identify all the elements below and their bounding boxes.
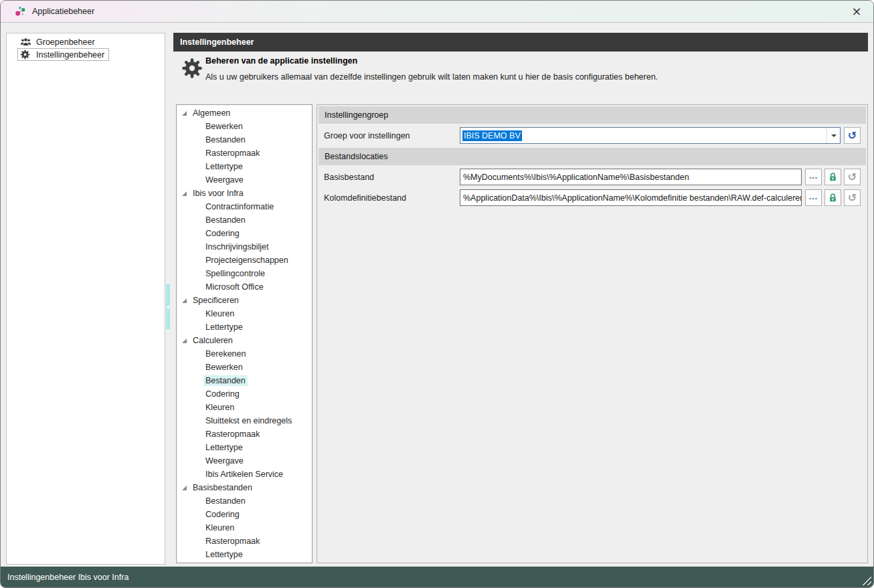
browse-button[interactable]: ... bbox=[805, 189, 822, 206]
intro-section: Beheren van de applicatie instellingen A… bbox=[173, 52, 868, 102]
tree-item[interactable]: Codering bbox=[177, 508, 312, 521]
tree-item[interactable]: Spellingcontrole bbox=[177, 267, 312, 280]
dropdown-button[interactable] bbox=[826, 128, 840, 143]
ellipsis-icon: ... bbox=[809, 173, 818, 179]
tree-item[interactable]: Bestanden bbox=[177, 494, 312, 508]
tree-item[interactable]: Ibis voor Infra bbox=[177, 187, 312, 200]
statusbar: Instellingenbeheer Ibis voor Infra bbox=[1, 567, 873, 587]
tree-item[interactable]: Bestanden bbox=[177, 374, 312, 387]
statusbar-text: Instellingenbeheer Ibis voor Infra bbox=[7, 573, 128, 582]
sidebar-item-instellingenbeheer[interactable]: Instellingenbeheer bbox=[17, 48, 109, 61]
tree-item[interactable]: Basisbestanden bbox=[177, 481, 312, 494]
tree-item-label: Projecteigenschappen bbox=[203, 255, 290, 266]
basisbestand-input[interactable]: %MyDocuments%\Ibis\%ApplicationName%\Bas… bbox=[460, 169, 802, 185]
tree-expander-icon[interactable] bbox=[182, 486, 187, 490]
tree-item[interactable]: Lettertype bbox=[177, 548, 312, 561]
tree-item-label: Bestanden bbox=[203, 375, 248, 386]
tree-item[interactable]: Contractinformatie bbox=[177, 200, 312, 213]
tree-item[interactable]: Sluittekst en eindregels bbox=[177, 414, 312, 427]
tree-item[interactable]: Lettertype bbox=[177, 320, 312, 334]
intro-description: Als u uw gebruikers allemaal van dezelfd… bbox=[205, 72, 658, 82]
app-icon bbox=[14, 5, 27, 18]
textbox-value: %MyDocuments%\Ibis\%ApplicationName%\Bas… bbox=[463, 173, 689, 182]
tree-item[interactable]: Algemeen bbox=[177, 106, 312, 120]
tree-item-label: Lettertype bbox=[203, 442, 245, 453]
resize-grip[interactable] bbox=[862, 576, 871, 585]
settings-panel: Instellingengroep Groep voor instellinge… bbox=[317, 104, 868, 563]
reset-button[interactable]: ↺ bbox=[844, 169, 861, 185]
intro-title: Beheren van de applicatie instellingen bbox=[205, 56, 357, 66]
close-button[interactable]: × bbox=[849, 5, 864, 17]
tree-item[interactable]: Codering bbox=[177, 227, 312, 240]
tree-item-label: Kleuren bbox=[203, 308, 236, 319]
tree-item[interactable]: Rasteropmaak bbox=[177, 146, 312, 160]
group-header-label: Bestandslocaties bbox=[325, 152, 388, 161]
tree-item[interactable]: Kleuren bbox=[177, 401, 312, 414]
settings-tree: AlgemeenBewerkenBestandenRasteropmaakLet… bbox=[176, 104, 313, 563]
page-header-title: Instellingenbeheer bbox=[180, 37, 254, 47]
groep-voor-instellingen-combobox[interactable]: IBIS DEMO BV bbox=[460, 127, 841, 144]
tree-item[interactable]: Weergave bbox=[177, 454, 312, 468]
tree-item-label: Bestanden bbox=[203, 134, 248, 145]
tree-item-label: Codering bbox=[203, 228, 242, 239]
tree-item-label: Spellingcontrole bbox=[203, 268, 267, 279]
tree-item[interactable]: Specificeren bbox=[177, 294, 312, 307]
tree-item-label: Bestanden bbox=[203, 496, 248, 506]
tree-item[interactable]: Kleuren bbox=[177, 307, 312, 320]
tree-item-label: Lettertype bbox=[203, 549, 245, 560]
lock-button[interactable] bbox=[824, 189, 841, 206]
tree-item[interactable]: Berekenen bbox=[177, 347, 312, 361]
sidebar-item-groepenbeheer[interactable]: Groepenbeheer bbox=[17, 35, 100, 48]
tree-item-label: Bewerken bbox=[203, 362, 245, 373]
tree-item-label: Bestanden bbox=[203, 215, 248, 225]
reset-button[interactable]: ↺ bbox=[844, 127, 861, 144]
setting-label: Groep voor instellingen bbox=[324, 131, 460, 140]
tree-expander-icon[interactable] bbox=[182, 111, 187, 116]
tree-item[interactable]: Lettertype bbox=[177, 441, 312, 454]
group-header-instellingengroep: Instellingengroep bbox=[319, 106, 866, 124]
tree-item[interactable]: Microsoft Office bbox=[177, 280, 312, 294]
people-icon bbox=[20, 37, 32, 47]
tree-item-label: Codering bbox=[203, 389, 242, 399]
kolomdefinitiebestand-input[interactable]: %ApplicationData%\Ibis\%ApplicationName%… bbox=[460, 189, 802, 206]
browse-button[interactable]: ... bbox=[805, 169, 822, 185]
window-title: Applicatiebeheer bbox=[32, 7, 94, 16]
group-header-bestandslocaties: Bestandslocaties bbox=[319, 148, 866, 165]
app-window: Applicatiebeheer × Groepenbeheer bbox=[0, 0, 874, 588]
tree-item-label: Algemeen bbox=[191, 108, 232, 118]
tree-item-label: Lettertype bbox=[203, 322, 245, 332]
tree-expander-icon[interactable] bbox=[182, 191, 187, 196]
tree-item[interactable]: Codering bbox=[177, 387, 312, 401]
chevron-down-icon bbox=[831, 134, 837, 137]
lock-button[interactable] bbox=[824, 169, 841, 185]
tree-expander-icon[interactable] bbox=[182, 338, 187, 343]
tree-item[interactable]: Bestanden bbox=[177, 213, 312, 227]
tree-item-label: Specificeren bbox=[191, 295, 241, 306]
ellipsis-icon: ... bbox=[809, 193, 818, 200]
tree-item[interactable]: Lettertype bbox=[177, 160, 312, 173]
tree-item[interactable]: Rasteropmaak bbox=[177, 534, 312, 548]
setting-row-kolomdefinitiebestand: Kolomdefinitiebestand %ApplicationData%\… bbox=[324, 189, 861, 206]
tree-item[interactable]: Rasteropmaak bbox=[177, 427, 312, 441]
titlebar: Applicatiebeheer × bbox=[1, 1, 873, 23]
setting-label: Kolomdefinitiebestand bbox=[324, 193, 460, 203]
tree-expander-icon[interactable] bbox=[182, 298, 187, 303]
tree-item[interactable]: Calculeren bbox=[177, 334, 312, 347]
splitter-handle[interactable] bbox=[166, 284, 170, 329]
sidebar-item-label: Groepenbeheer bbox=[36, 37, 95, 47]
tree-item[interactable]: Bewerken bbox=[177, 120, 312, 133]
tree-item[interactable]: Inschrijvingsbiljet bbox=[177, 240, 312, 254]
tree-item-label: Weergave bbox=[203, 175, 246, 185]
tree-item[interactable]: Bewerken bbox=[177, 361, 312, 374]
lock-icon bbox=[828, 193, 838, 203]
tree-item[interactable]: Weergave bbox=[177, 173, 312, 187]
tree-item[interactable]: Projecteigenschappen bbox=[177, 254, 312, 267]
tree-item[interactable]: Kleuren bbox=[177, 521, 312, 534]
tree-item-label: Ibis Artikelen Service bbox=[203, 469, 285, 480]
tree-item[interactable]: Ibis Artikelen Service bbox=[177, 468, 312, 481]
tree-item-label: Lettertype bbox=[203, 161, 245, 172]
tree-item-label: Rasteropmaak bbox=[203, 536, 262, 547]
tree-item[interactable]: Bestanden bbox=[177, 133, 312, 146]
reset-button[interactable]: ↺ bbox=[844, 189, 861, 206]
gear-icon bbox=[20, 50, 32, 60]
